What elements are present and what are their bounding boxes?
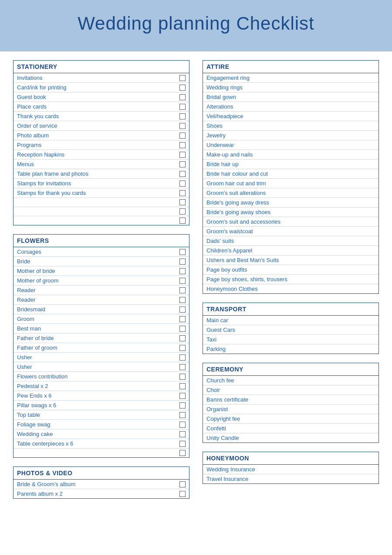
item-checkbox[interactable]: [179, 218, 186, 224]
item-checkbox[interactable]: [179, 208, 186, 215]
item-checkbox[interactable]: [179, 259, 186, 265]
item-checkbox[interactable]: [179, 316, 186, 322]
item-label: Bridal gown: [206, 94, 375, 100]
item-checkbox[interactable]: [179, 412, 186, 418]
item-label: Corsages: [17, 249, 176, 255]
item-checkbox[interactable]: [179, 422, 186, 428]
item-label: Pedestal x 2: [17, 383, 176, 389]
list-item: Card/ink for printing: [14, 83, 189, 92]
item-label: Wedding rings: [206, 84, 375, 91]
item-checkbox[interactable]: [179, 142, 186, 148]
item-checkbox[interactable]: [179, 287, 186, 293]
item-checkbox[interactable]: [179, 431, 186, 437]
item-label: Main car: [206, 317, 375, 323]
item-checkbox[interactable]: [179, 249, 186, 255]
item-label: Usher: [17, 354, 176, 361]
list-item: [14, 207, 189, 216]
item-checkbox[interactable]: [179, 335, 186, 341]
item-label: Stamps for invitations: [17, 180, 176, 187]
list-item: Page boy outfits: [203, 265, 378, 275]
item-checkbox[interactable]: [179, 161, 186, 167]
list-item: Order of service: [14, 121, 189, 131]
section-title-ceremony: CEREMONY: [203, 363, 378, 376]
page-title: Wedding planning Checklist: [9, 13, 383, 34]
list-item: Organist: [203, 405, 378, 414]
item-label: Groom: [17, 316, 176, 322]
item-checkbox[interactable]: [179, 450, 186, 456]
item-checkbox[interactable]: [179, 297, 186, 303]
item-checkbox[interactable]: [179, 113, 186, 119]
item-label: Bride: [17, 258, 176, 265]
list-item: Bride hair colour and cut: [203, 169, 378, 179]
section-title-stationery: STATIONERY: [14, 61, 189, 73]
item-checkbox[interactable]: [179, 152, 186, 158]
item-checkbox[interactable]: [179, 278, 186, 284]
item-label: Table plan frame and photos: [17, 170, 176, 177]
list-item: Jewelry: [203, 131, 378, 140]
item-label: Underwear: [206, 142, 375, 148]
section-title-photos-video: PHOTOS & VIDEO: [14, 467, 189, 480]
item-checkbox[interactable]: [179, 199, 186, 205]
item-checkbox[interactable]: [179, 345, 186, 351]
item-checkbox[interactable]: [179, 180, 186, 187]
item-label: Parents album x 2: [17, 490, 176, 497]
item-checkbox[interactable]: [179, 94, 186, 100]
item-label: Ushers and Best Man's Suits: [206, 257, 375, 263]
list-item: Table plan frame and photos: [14, 169, 189, 179]
item-label: Confetti: [206, 425, 375, 432]
item-label: Jewelry: [206, 132, 375, 139]
item-checkbox[interactable]: [179, 104, 186, 110]
item-checkbox[interactable]: [179, 85, 186, 91]
item-checkbox[interactable]: [179, 123, 186, 129]
item-checkbox[interactable]: [179, 441, 186, 447]
item-checkbox[interactable]: [179, 374, 186, 380]
item-checkbox[interactable]: [179, 481, 186, 487]
list-item: [14, 198, 189, 207]
item-label: Copyright fee: [206, 415, 375, 422]
item-checkbox[interactable]: [179, 326, 186, 332]
list-item: Guest book: [14, 92, 189, 102]
list-item: Best man: [14, 324, 189, 334]
item-checkbox[interactable]: [179, 402, 186, 409]
item-label: Place cards: [17, 103, 176, 110]
header: Wedding planning Checklist: [0, 0, 392, 51]
list-item: Page boy shoes, shirts, trousers: [203, 275, 378, 284]
list-item: Children's Apparel: [203, 246, 378, 255]
section-stationery: STATIONERYInvitationsCard/ink for printi…: [13, 60, 189, 225]
item-label: Guest Cars: [206, 327, 375, 333]
item-checkbox[interactable]: [179, 268, 186, 274]
item-checkbox[interactable]: [179, 491, 186, 497]
list-item: Copyright fee: [203, 414, 378, 424]
item-checkbox[interactable]: [179, 354, 186, 361]
list-item: Father of bride: [14, 334, 189, 343]
list-item: Stamps for invitations: [14, 179, 189, 188]
item-label: Honeymoon Clothes: [206, 286, 375, 292]
list-item: Bride's going away shoes: [203, 208, 378, 217]
list-item: Reader: [14, 286, 189, 295]
list-item: [14, 449, 189, 457]
item-label: Veil/headpiece: [206, 113, 375, 119]
list-item: Church fee: [203, 376, 378, 385]
item-label: Bride & Groom's album: [17, 481, 176, 487]
item-checkbox[interactable]: [179, 75, 186, 81]
list-item: [14, 216, 189, 225]
item-label: Stamps for thank you cards: [17, 190, 176, 196]
item-checkbox[interactable]: [179, 393, 186, 399]
list-item: Programs: [14, 140, 189, 150]
item-label: Groom's suit alterations: [206, 190, 375, 196]
section-title-flowers: FLOWERS: [14, 235, 189, 247]
list-item: Groom hair cut and trim: [203, 179, 378, 188]
item-label: Groom's suit and accessories: [206, 218, 375, 225]
item-checkbox[interactable]: [179, 364, 186, 370]
item-checkbox[interactable]: [179, 171, 186, 177]
item-checkbox[interactable]: [179, 133, 186, 139]
item-checkbox[interactable]: [179, 190, 186, 196]
list-item: Shoes: [203, 121, 378, 131]
main-content: STATIONERYInvitationsCard/ink for printi…: [0, 51, 392, 507]
item-label: Dads' suits: [206, 238, 375, 244]
list-item: Pedestal x 2: [14, 381, 189, 391]
list-item: Pew Ends x 6: [14, 391, 189, 401]
list-item: Parents album x 2: [14, 489, 189, 498]
item-checkbox[interactable]: [179, 306, 186, 313]
item-checkbox[interactable]: [179, 383, 186, 389]
